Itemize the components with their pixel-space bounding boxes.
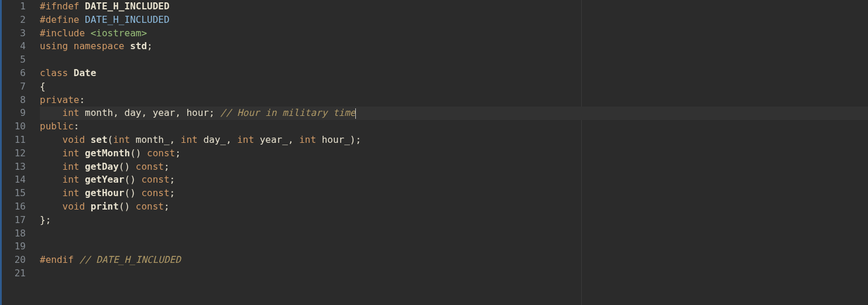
token-pp: #define bbox=[40, 14, 85, 25]
code-editor[interactable]: 123456789101112131415161718192021 #ifnde… bbox=[0, 0, 868, 305]
token-punct: , bbox=[226, 134, 237, 145]
code-line[interactable] bbox=[40, 267, 868, 280]
token-punct: () bbox=[119, 201, 136, 212]
code-line[interactable]: #ifndef DATE_H_INCLUDED bbox=[40, 0, 868, 13]
token-kw: const bbox=[147, 148, 175, 159]
line-number: 8 bbox=[7, 94, 26, 107]
token-punct: , bbox=[170, 134, 181, 145]
line-number: 5 bbox=[7, 53, 26, 67]
code-line[interactable] bbox=[40, 227, 868, 241]
code-line[interactable]: class Date bbox=[40, 67, 868, 80]
token-angle: <iostream> bbox=[91, 28, 147, 39]
text-cursor bbox=[355, 108, 356, 119]
token-plain bbox=[40, 148, 63, 159]
token-kw: class bbox=[40, 67, 74, 78]
token-punct: ; bbox=[147, 40, 153, 52]
token-pp: #ifndef bbox=[40, 1, 85, 12]
token-plain: month bbox=[85, 107, 113, 118]
token-kw: void bbox=[63, 201, 91, 212]
code-line[interactable]: int getDay() const; bbox=[40, 160, 868, 174]
token-pp: #include bbox=[40, 28, 91, 39]
line-number: 7 bbox=[7, 80, 26, 94]
token-kw: int bbox=[63, 161, 85, 172]
token-ident: print bbox=[91, 201, 119, 212]
token-kw: using bbox=[40, 40, 74, 52]
token-punct: ; bbox=[164, 161, 170, 172]
token-macro: DATE_H_INCLUDED bbox=[85, 1, 170, 12]
token-kw: int bbox=[237, 134, 260, 145]
token-kw: int bbox=[63, 174, 85, 185]
token-kw: int bbox=[299, 134, 322, 145]
code-line[interactable]: }; bbox=[40, 214, 868, 227]
line-number: 4 bbox=[7, 40, 26, 53]
token-plain: hour bbox=[186, 107, 209, 118]
line-number: 9 bbox=[7, 107, 26, 120]
line-number: 18 bbox=[7, 227, 26, 241]
line-number: 2 bbox=[7, 13, 26, 27]
code-line[interactable]: private: bbox=[40, 94, 868, 107]
token-plain bbox=[40, 134, 63, 145]
line-number: 15 bbox=[7, 187, 26, 200]
token-punct: , bbox=[175, 107, 186, 118]
token-punct: ( bbox=[108, 134, 114, 145]
token-ident: set bbox=[91, 134, 108, 145]
token-ident: getMonth bbox=[85, 148, 130, 159]
code-line[interactable]: #include <iostream> bbox=[40, 27, 868, 40]
token-plain bbox=[40, 187, 63, 198]
line-number: 1 bbox=[7, 0, 26, 13]
code-line[interactable]: public: bbox=[40, 120, 868, 133]
token-plain: day bbox=[125, 107, 142, 118]
token-punct: ; bbox=[170, 187, 176, 198]
token-comment: // Hour in military time bbox=[220, 107, 355, 118]
token-punct: , bbox=[141, 107, 152, 118]
token-comment: // DATE_H_INCLUDED bbox=[79, 254, 180, 265]
line-number: 14 bbox=[7, 173, 26, 187]
token-punct: { bbox=[40, 81, 46, 92]
token-punct: ; bbox=[170, 174, 176, 185]
code-line[interactable]: { bbox=[40, 80, 868, 94]
line-number: 20 bbox=[7, 253, 26, 267]
token-pp: #endif bbox=[40, 254, 79, 265]
line-number: 6 bbox=[7, 67, 26, 80]
code-line[interactable]: int getMonth() const; bbox=[40, 147, 868, 160]
code-line[interactable]: using namespace std; bbox=[40, 40, 868, 53]
token-plain bbox=[40, 161, 63, 172]
line-number: 12 bbox=[7, 147, 26, 160]
code-line[interactable]: int getHour() const; bbox=[40, 187, 868, 200]
code-line[interactable]: int month, day, year, hour; // Hour in m… bbox=[40, 107, 868, 120]
token-kw: const bbox=[141, 187, 169, 198]
token-plain: hour_ bbox=[322, 134, 350, 145]
token-kw: void bbox=[63, 134, 91, 145]
code-area[interactable]: #ifndef DATE_H_INCLUDED#define DATE_H_IN… bbox=[34, 0, 868, 305]
line-number: 13 bbox=[7, 160, 26, 174]
editor-left-margin bbox=[0, 0, 2, 305]
token-ident: getYear bbox=[85, 174, 124, 185]
token-plain bbox=[40, 174, 63, 185]
token-punct: : bbox=[79, 94, 85, 105]
token-kw: const bbox=[136, 161, 164, 172]
token-plain: year_ bbox=[260, 134, 288, 145]
token-kw: public bbox=[40, 121, 74, 132]
token-kw: int bbox=[63, 107, 85, 118]
token-kw: const bbox=[136, 201, 164, 212]
token-punct: , bbox=[288, 134, 299, 145]
code-line[interactable] bbox=[40, 53, 868, 67]
token-punct: () bbox=[130, 148, 147, 159]
code-line[interactable]: #endif // DATE_H_INCLUDED bbox=[40, 253, 868, 267]
line-number: 19 bbox=[7, 240, 26, 253]
token-punct: : bbox=[74, 121, 80, 132]
token-plain: year bbox=[153, 107, 176, 118]
token-punct: () bbox=[125, 187, 142, 198]
token-punct: () bbox=[119, 161, 136, 172]
code-line[interactable]: void set(int month_, int day_, int year_… bbox=[40, 133, 868, 147]
code-line[interactable] bbox=[40, 240, 868, 253]
line-number: 21 bbox=[7, 267, 26, 280]
code-line[interactable]: void print() const; bbox=[40, 200, 868, 214]
line-number: 16 bbox=[7, 200, 26, 214]
token-ident: getDay bbox=[85, 161, 119, 172]
token-kw: int bbox=[63, 187, 85, 198]
code-line[interactable]: #define DATE_H_INCLUDED bbox=[40, 13, 868, 27]
code-line[interactable]: int getYear() const; bbox=[40, 173, 868, 187]
token-kw: private bbox=[40, 94, 79, 105]
token-punct: , bbox=[113, 107, 124, 118]
